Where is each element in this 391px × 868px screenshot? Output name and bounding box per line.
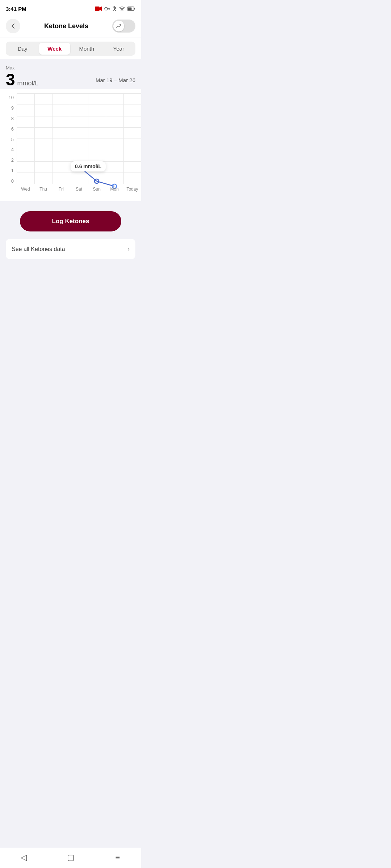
log-ketones-button[interactable]: Log Ketones xyxy=(20,211,121,231)
x-label-fri: Fri xyxy=(52,184,70,198)
trend-icon xyxy=(116,23,122,29)
y-label-0: 0 xyxy=(3,178,14,184)
log-section: Log Ketones xyxy=(0,201,141,239)
tabs-container: Day Week Month Year xyxy=(0,38,141,59)
y-label-2: 2 xyxy=(3,157,14,163)
x-label-mon: Mon xyxy=(106,184,123,198)
svg-rect-8 xyxy=(134,8,135,10)
x-label-today: Today xyxy=(123,184,141,198)
stats-unit: mmol/L xyxy=(17,80,39,86)
y-label-4: 4 xyxy=(3,147,14,152)
trend-toggle[interactable] xyxy=(112,20,135,33)
wifi-icon xyxy=(119,6,125,11)
status-icons xyxy=(95,6,135,12)
chart-svg xyxy=(17,93,141,191)
see-all-ketones[interactable]: See all Ketones data › xyxy=(6,239,135,259)
svg-point-6 xyxy=(122,10,123,12)
back-icon xyxy=(9,22,17,30)
tab-week[interactable]: Week xyxy=(39,43,71,55)
y-label-6: 6 xyxy=(3,126,14,132)
header: Ketone Levels xyxy=(0,16,141,38)
y-label-10: 10 xyxy=(3,95,14,100)
toggle-knob xyxy=(113,21,124,31)
chevron-right-icon: › xyxy=(127,245,130,253)
y-label-5: 5 xyxy=(3,137,14,142)
y-label-1: 1 xyxy=(3,168,14,173)
x-axis: Wed Thu Fri Sat Sun Mon Today xyxy=(17,184,141,198)
status-bar: 3:41 PM xyxy=(0,0,141,16)
tab-month[interactable]: Month xyxy=(71,43,102,55)
y-label-8: 8 xyxy=(3,116,14,121)
see-all-label: See all Ketones data xyxy=(12,246,65,252)
key-icon xyxy=(104,6,110,11)
battery-icon xyxy=(127,7,135,11)
page-title: Ketone Levels xyxy=(44,22,88,30)
x-label-sat: Sat xyxy=(70,184,88,198)
chart-area: 10 9 8 6 5 4 2 1 0 xyxy=(0,93,141,198)
svg-rect-9 xyxy=(128,8,132,10)
svg-line-10 xyxy=(79,166,97,181)
x-label-thu: Thu xyxy=(34,184,52,198)
chart-container: 10 9 8 6 5 4 2 1 0 xyxy=(0,89,141,201)
y-axis: 10 9 8 6 5 4 2 1 0 xyxy=(0,93,17,184)
stats-label: Max xyxy=(6,65,135,71)
back-button[interactable] xyxy=(6,19,20,33)
svg-point-2 xyxy=(105,7,108,10)
svg-rect-0 xyxy=(95,7,100,11)
status-time: 3:41 PM xyxy=(6,6,26,12)
tab-year[interactable]: Year xyxy=(103,43,135,55)
bluetooth-icon xyxy=(112,6,117,12)
y-label-9: 9 xyxy=(3,105,14,111)
x-label-wed: Wed xyxy=(17,184,34,198)
x-label-sun: Sun xyxy=(88,184,106,198)
video-icon xyxy=(95,6,102,11)
stats-section: Max 3 mmol/L Mar 19 – Mar 26 xyxy=(0,59,141,89)
tab-day[interactable]: Day xyxy=(7,43,38,55)
stats-number: 3 xyxy=(6,71,15,88)
svg-marker-1 xyxy=(100,7,102,11)
time-range-tabs: Day Week Month Year xyxy=(6,42,135,56)
